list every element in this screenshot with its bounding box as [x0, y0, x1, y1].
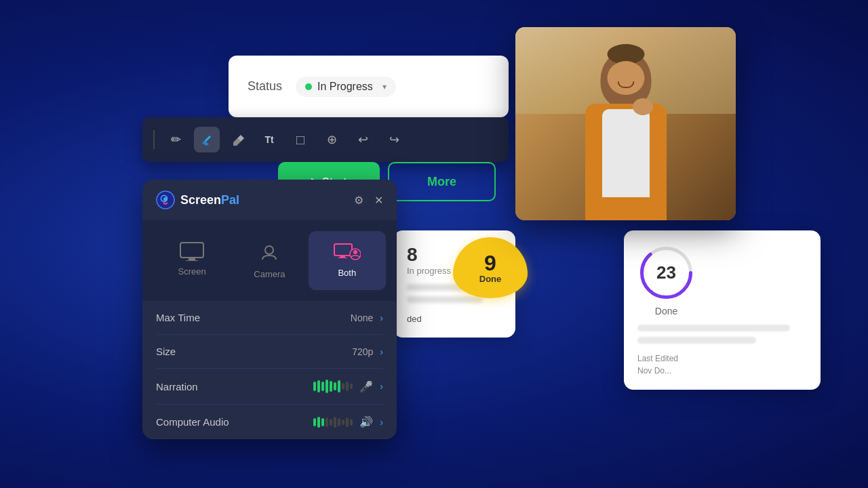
status-badge[interactable]: In Progress ▾	[296, 77, 396, 97]
task-detail-lines	[637, 325, 807, 344]
both-mode-label: Both	[338, 268, 356, 278]
speaker-icon: 🔊	[359, 415, 373, 428]
computer-audio-value-area: 🔊 ›	[313, 415, 383, 428]
done-bubble-number: 9	[484, 252, 496, 274]
status-card: Status In Progress ▾	[229, 56, 509, 117]
recorder-header-actions: ⚙ ✕	[354, 194, 383, 207]
max-time-value-area: None ›	[351, 312, 383, 323]
done-bubble-label: Done	[479, 274, 502, 284]
size-value-area: 720p ›	[352, 346, 383, 357]
computer-audio-label: Computer Audio	[156, 416, 229, 428]
annotation-toolbar: ✏ Tt □ ⊕ ↩ ↪	[142, 117, 509, 162]
more-button[interactable]: More	[388, 162, 496, 201]
close-icon[interactable]: ✕	[374, 194, 383, 207]
computer-audio-setting[interactable]: Computer Audio 🔊 ›	[156, 405, 383, 439]
status-text: In Progress	[317, 81, 373, 93]
svg-rect-7	[340, 256, 345, 258]
max-time-setting[interactable]: Max Time None ›	[156, 301, 383, 335]
both-mode-option[interactable]: Both	[309, 231, 386, 290]
recorder-panel: ScreenPal ⚙ ✕ Screen Camera	[142, 180, 397, 439]
task-board: 23 Done Last Edited Nov Do...	[624, 230, 821, 390]
last-edited-value: Nov Do...	[637, 366, 671, 375]
svg-point-5	[265, 246, 273, 254]
computer-audio-bars	[313, 417, 353, 428]
narration-label: Narration	[156, 381, 198, 392]
person-silhouette	[565, 44, 687, 220]
size-chevron-icon: ›	[380, 346, 383, 357]
more-button-label: More	[427, 175, 456, 189]
computer-audio-chevron-icon: ›	[380, 417, 383, 428]
svg-rect-4	[186, 260, 198, 261]
svg-rect-2	[180, 243, 203, 258]
svg-rect-3	[189, 258, 195, 260]
settings-section: Max Time None › Size 720p › Narration	[142, 301, 397, 439]
narration-chevron-icon: ›	[380, 381, 383, 392]
done-ring-label: Done	[655, 306, 677, 317]
screenpal-logo-icon	[156, 190, 175, 209]
narration-value-area: 🎤 ›	[313, 380, 383, 393]
done-ring-number: 23	[656, 262, 676, 283]
narration-setting[interactable]: Narration 🎤 ›	[156, 369, 383, 405]
rectangle-tool-button[interactable]: □	[288, 127, 313, 152]
size-value: 720p	[352, 346, 373, 357]
status-label: Status	[248, 79, 282, 94]
done-ring-card: 23 Done	[637, 244, 695, 317]
max-time-label: Max Time	[156, 312, 200, 323]
mic-icon: 🎤	[359, 380, 373, 393]
max-time-chevron-icon: ›	[380, 312, 383, 323]
redo-button[interactable]: ↪	[381, 127, 407, 152]
webcam-background	[515, 27, 736, 220]
text-tool-button[interactable]: Tt	[256, 127, 282, 152]
status-chevron-icon: ▾	[382, 82, 387, 92]
screen-mode-icon	[180, 242, 204, 261]
svg-point-1	[163, 197, 167, 201]
svg-rect-6	[334, 244, 352, 256]
last-edited-section: Last Edited Nov Do...	[637, 352, 807, 376]
screen-mode-option[interactable]: Screen	[153, 231, 231, 290]
highlight-tool-button[interactable]	[194, 127, 220, 152]
last-edited-label: Last Edited	[637, 354, 678, 363]
size-label: Size	[156, 346, 176, 357]
svg-rect-8	[338, 258, 347, 258]
added-text: ded	[407, 314, 502, 324]
logo-text: ScreenPal	[180, 193, 239, 207]
eraser-tool-button[interactable]	[225, 127, 251, 152]
pen-tool-button[interactable]: ✏	[163, 127, 189, 152]
task-numbers-row: 23 Done	[637, 244, 807, 317]
toolbar-divider	[153, 130, 155, 149]
camera-mode-label: Camera	[254, 269, 285, 279]
settings-icon[interactable]: ⚙	[354, 194, 363, 207]
narration-audio-bars	[313, 380, 353, 393]
recorder-header: ScreenPal ⚙ ✕	[142, 180, 397, 220]
camera-mode-icon	[258, 242, 280, 264]
inprogress-number: 8	[407, 244, 418, 266]
both-mode-icon	[334, 242, 361, 262]
status-dot	[305, 83, 312, 90]
done-ring-container: 23	[637, 244, 695, 302]
zoom-tool-button[interactable]: ⊕	[319, 127, 344, 152]
mode-selector: Screen Camera Both	[142, 220, 397, 301]
screen-mode-label: Screen	[178, 266, 206, 277]
camera-mode-option[interactable]: Camera	[231, 231, 308, 290]
logo-pal: Pal	[221, 193, 239, 207]
undo-button[interactable]: ↩	[350, 127, 376, 152]
webcam-display	[515, 27, 736, 220]
size-setting[interactable]: Size 720p ›	[156, 335, 383, 369]
svg-point-10	[353, 250, 357, 254]
recorder-logo: ScreenPal	[156, 190, 239, 209]
max-time-value: None	[351, 312, 373, 323]
